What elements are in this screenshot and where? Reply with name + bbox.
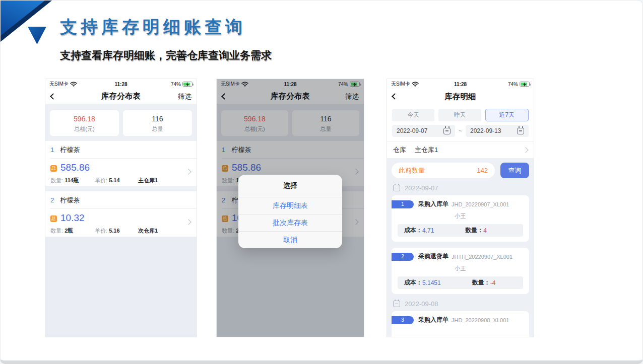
back-button[interactable]: [392, 93, 398, 100]
back-button[interactable]: [50, 93, 56, 100]
chevron-right-icon: [523, 147, 528, 153]
qty-label: 数量:: [50, 228, 63, 234]
warehouse-row[interactable]: 仓库 主仓库1: [387, 142, 534, 158]
qty-value: 2瓶: [65, 228, 73, 234]
group-date-label: 2022-09-08: [393, 300, 528, 308]
item-amount: 10.32: [60, 212, 85, 223]
start-date-field[interactable]: 2022-09-07: [392, 125, 455, 137]
record-qty-value: -4: [490, 279, 496, 286]
cost-value: 4.71: [422, 227, 434, 234]
record-index-pill: 1: [392, 200, 414, 208]
warehouse-value: 次仓库1: [138, 227, 158, 235]
action-sheet-option-batch[interactable]: 批次库存表: [238, 214, 342, 231]
action-sheet-option-detail[interactable]: 库存明细表: [238, 197, 342, 214]
total-amount-value: 596.18: [50, 115, 119, 123]
time-label: 11:28: [45, 82, 197, 87]
record-number: JHTH_20220907_XL001: [452, 254, 512, 260]
group-date: 2022-09-08: [405, 300, 438, 308]
status-bar: 无SIM卡 11:28 74%: [387, 79, 534, 89]
record-type: 采购入库单: [418, 200, 448, 208]
record-index-pill: 2: [392, 253, 414, 261]
price-value: 5.16: [109, 228, 119, 234]
status-bar: 无SIM卡 11:28 74%: [45, 79, 197, 89]
record-card: 3 采购入库单 JHD_20220908_XL001: [392, 311, 529, 337]
action-sheet-title: 选择: [238, 175, 342, 197]
nav-title: 库存明细: [445, 92, 476, 102]
time-label: 11:28: [387, 82, 534, 87]
record-card: 2 采购退货单 JHTH_20220907_XL001 小王 成本： 5.145…: [392, 248, 529, 294]
date-filter-tabs: 今天 昨天 近7天: [387, 104, 534, 125]
total-quantity-label: 总量: [123, 125, 192, 133]
detail-list: 此前数量 142 查询 2022-09-07 1 采购入库单 JHD_20220…: [387, 159, 534, 337]
battery-charging-icon: [520, 82, 530, 87]
filter-button[interactable]: 筛选: [178, 92, 191, 101]
inventory-distribution-screen-dimmed: 无SIM卡 11:28 74% 库存分布表 筛选 596.18 总额(元) 11…: [216, 79, 364, 337]
calendar-icon: [393, 301, 400, 307]
date-range-row: 2022-09-07 ~ 2022-09-13: [387, 125, 534, 141]
action-sheet: 选择 库存明细表 批次库存表 取消: [238, 175, 342, 248]
record-type: 采购入库单: [418, 316, 448, 324]
total-quantity-value: 116: [123, 115, 192, 123]
record-card: 1 采购入库单 JHD_20220907_XL001 小王 成本： 4.71 数…: [392, 195, 529, 242]
warehouse-label: 仓库: [393, 145, 406, 155]
price-label: 单价:: [95, 228, 107, 234]
goods-item-row[interactable]: 2 柠檬茶 总10.32 数量: 2瓶 单价: 5.16 次仓库1: [45, 191, 197, 237]
slide: 支持库存明细账查询 支持查看库存明细账，完善仓库查询业务需求 无SIM卡 11:…: [0, 0, 643, 364]
end-date-value: 2022-09-13: [470, 127, 501, 134]
inventory-distribution-screen: 无SIM卡 11:28 74% 库存分布表 筛选 596.18 总额(元) 11…: [45, 79, 197, 337]
total-badge-icon: 总: [50, 215, 57, 222]
record-operator: 小王: [392, 265, 529, 272]
inventory-detail-screen: 无SIM卡 11:28 74% 库存明细 今天 昨天 近7天 2022-09-0…: [387, 79, 534, 337]
record-qty-value: 4: [483, 227, 487, 234]
goods-item-row[interactable]: 1 柠檬茶 总585.86 数量: 114瓶 单价: 5.14 主仓库1: [45, 141, 197, 186]
item-name: 柠檬茶: [60, 146, 80, 154]
tab-last7days[interactable]: 近7天: [485, 109, 529, 121]
item-amount: 585.86: [60, 162, 90, 173]
previous-quantity-bar: 此前数量 142: [392, 163, 495, 178]
cost-label: 成本：: [404, 226, 422, 235]
record-qty-label: 数量：: [465, 226, 483, 235]
tab-yesterday[interactable]: 昨天: [438, 109, 481, 121]
range-separator: ~: [459, 127, 462, 134]
price-value: 5.14: [109, 177, 119, 183]
total-badge-icon: 总: [50, 165, 57, 172]
action-sheet-cancel[interactable]: 取消: [238, 231, 342, 248]
qty-value: 114瓶: [65, 177, 79, 183]
qty-label: 数量:: [50, 177, 63, 183]
tab-today[interactable]: 今天: [392, 109, 434, 121]
item-index: 2: [50, 196, 54, 204]
calendar-icon: [393, 185, 400, 191]
price-label: 单价:: [95, 177, 107, 183]
total-amount-label: 总额(元): [50, 125, 119, 133]
query-button[interactable]: 查询: [500, 163, 529, 178]
cost-value: 5.1451: [422, 279, 441, 286]
nav-bar: 库存明细: [387, 89, 534, 104]
summary-strip: 596.18 总额(元) 116 总量: [45, 104, 197, 141]
nav-bar: 库存分布表 筛选: [45, 89, 197, 104]
chevron-right-icon: [185, 169, 191, 174]
calendar-icon: [517, 128, 524, 134]
page-title: 支持库存明细账查询: [60, 16, 246, 39]
battery-charging-icon: [182, 82, 192, 87]
item-name: 柠檬茶: [60, 196, 80, 204]
calendar-icon: [443, 128, 451, 134]
chevron-right-icon: [185, 219, 191, 225]
record-number: JHD_20220907_XL001: [452, 201, 509, 207]
cost-label: 成本：: [404, 278, 422, 287]
item-index: 1: [50, 146, 54, 154]
record-number: JHD_20220908_XL001: [452, 317, 509, 323]
warehouse-value: 主仓库1: [138, 177, 158, 184]
triangle-decoration: [28, 27, 46, 44]
start-date-value: 2022-09-07: [397, 127, 427, 134]
record-operator: 小王: [392, 212, 529, 220]
summary-card-amount: 596.18 总额(元): [50, 110, 119, 136]
group-date: 2022-09-07: [405, 184, 438, 192]
previous-quantity-label: 此前数量: [399, 166, 425, 175]
record-index-pill: 3: [392, 316, 414, 324]
end-date-field[interactable]: 2022-09-13: [466, 125, 529, 137]
summary-card-quantity: 116 总量: [123, 110, 192, 136]
page-subtitle: 支持查看库存明细账，完善仓库查询业务需求: [60, 48, 272, 62]
warehouse-value: 主仓库1: [415, 145, 438, 155]
nav-title: 库存分布表: [101, 91, 141, 102]
previous-quantity-value: 142: [477, 167, 488, 174]
